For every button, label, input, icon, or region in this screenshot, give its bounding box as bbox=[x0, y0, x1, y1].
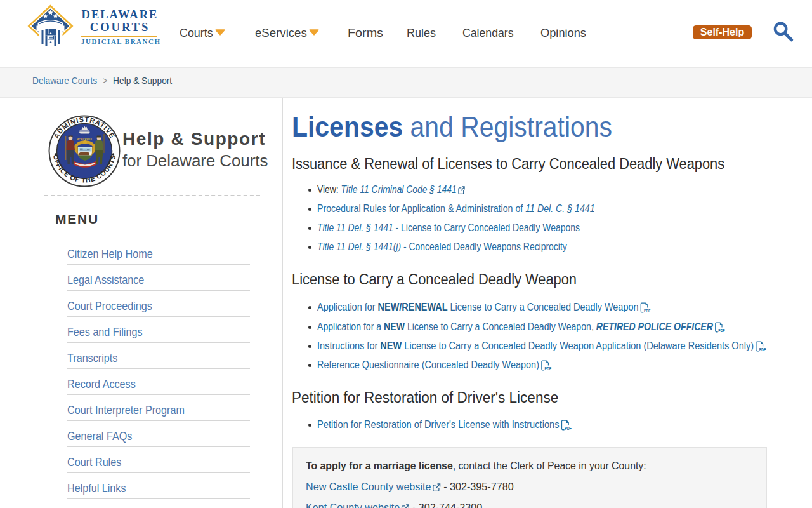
svg-text:PDF: PDF bbox=[644, 309, 651, 313]
svg-text:PDF: PDF bbox=[544, 367, 551, 371]
svg-text:PDF: PDF bbox=[759, 348, 766, 352]
svg-text:PDF: PDF bbox=[718, 328, 725, 333]
svg-text:PDF: PDF bbox=[565, 427, 572, 431]
